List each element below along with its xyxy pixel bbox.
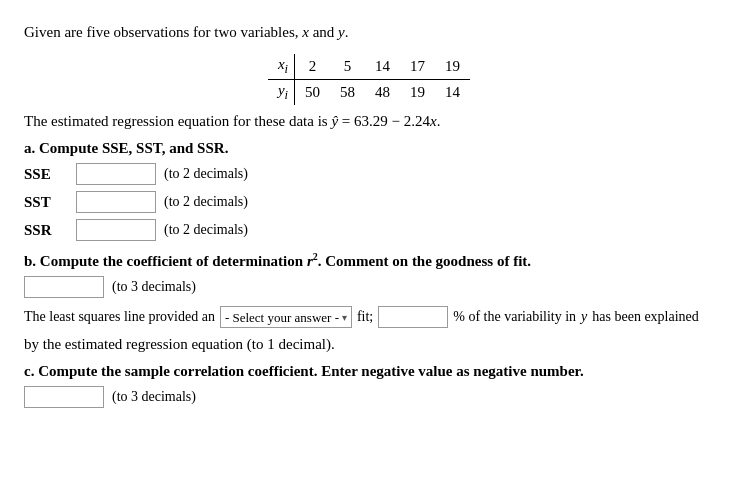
percent-input[interactable] bbox=[378, 306, 448, 328]
data-table-wrapper: xi 2 5 14 17 19 yi 50 58 48 19 14 bbox=[24, 54, 714, 105]
sse-input[interactable] bbox=[76, 163, 156, 185]
fit-explanation-row: The least squares line provided an - Sel… bbox=[24, 306, 714, 328]
ssr-hint: (to 2 decimals) bbox=[164, 222, 248, 238]
ssr-input[interactable] bbox=[76, 219, 156, 241]
part-a-label: a. Compute SSE, SST, and SSR. bbox=[24, 140, 714, 157]
sst-label: SST bbox=[24, 194, 68, 211]
corr-input-row: (to 3 decimals) bbox=[24, 386, 714, 408]
part-a-section: a. Compute SSE, SST, and SSR. SSE (to 2 … bbox=[24, 140, 714, 241]
sse-label: SSE bbox=[24, 166, 68, 183]
answer-select[interactable]: - Select your answer - excellent good po… bbox=[225, 307, 356, 327]
x-val-3: 14 bbox=[365, 54, 400, 80]
select-answer-wrapper[interactable]: - Select your answer - excellent good po… bbox=[220, 306, 352, 328]
y-val-2: 58 bbox=[330, 80, 365, 106]
x-val-1: 2 bbox=[295, 54, 331, 80]
sse-row: SSE (to 2 decimals) bbox=[24, 163, 714, 185]
part-b-section: b. Compute the coefficient of determinat… bbox=[24, 251, 714, 353]
part-b-label: b. Compute the coefficient of determinat… bbox=[24, 251, 714, 270]
regression-eq: The estimated regression equation for th… bbox=[24, 113, 714, 130]
sst-hint: (to 2 decimals) bbox=[164, 194, 248, 210]
x-label: xi bbox=[268, 54, 295, 80]
fit-second-line: by the estimated regression equation (to… bbox=[24, 336, 714, 353]
y-label: yi bbox=[268, 80, 295, 106]
data-table: xi 2 5 14 17 19 yi 50 58 48 19 14 bbox=[268, 54, 470, 105]
ssr-row: SSR (to 2 decimals) bbox=[24, 219, 714, 241]
part-c-section: c. Compute the sample correlation coeffi… bbox=[24, 363, 714, 408]
sst-input[interactable] bbox=[76, 191, 156, 213]
sse-hint: (to 2 decimals) bbox=[164, 166, 248, 182]
sst-row: SST (to 2 decimals) bbox=[24, 191, 714, 213]
x-val-4: 17 bbox=[400, 54, 435, 80]
ssr-label: SSR bbox=[24, 222, 68, 239]
corr-input[interactable] bbox=[24, 386, 104, 408]
y-val-1: 50 bbox=[295, 80, 331, 106]
y-val-4: 19 bbox=[400, 80, 435, 106]
intro-paragraph: Given are five observations for two vari… bbox=[24, 20, 714, 44]
y-val-3: 48 bbox=[365, 80, 400, 106]
corr-hint: (to 3 decimals) bbox=[112, 389, 196, 405]
x-val-2: 5 bbox=[330, 54, 365, 80]
x-val-5: 19 bbox=[435, 54, 470, 80]
r2-hint: (to 3 decimals) bbox=[112, 279, 196, 295]
y-val-5: 14 bbox=[435, 80, 470, 106]
r2-input-row: (to 3 decimals) bbox=[24, 276, 714, 298]
part-c-label: c. Compute the sample correlation coeffi… bbox=[24, 363, 714, 380]
r2-input[interactable] bbox=[24, 276, 104, 298]
